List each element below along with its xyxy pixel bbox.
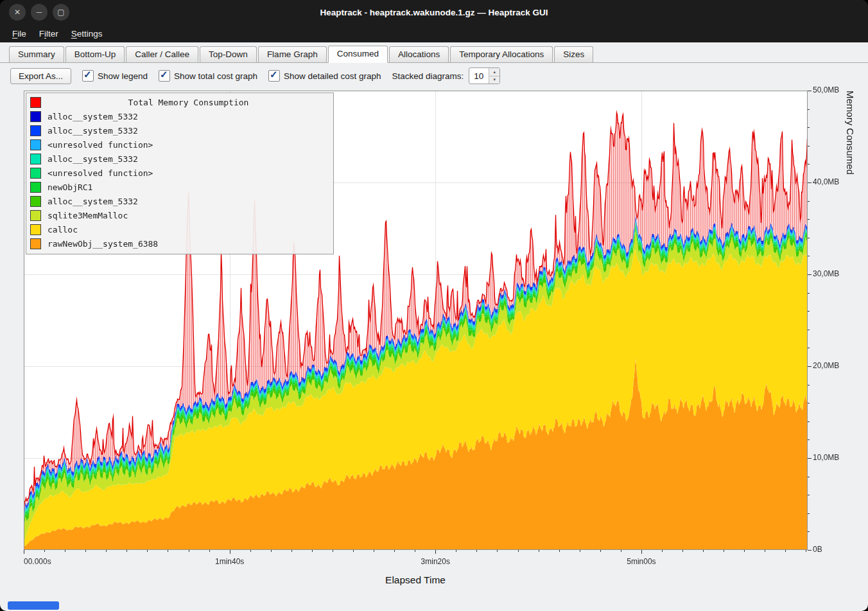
minimize-button[interactable]: ─: [31, 4, 48, 21]
spinbox-arrows: ▲ ▼: [489, 68, 499, 84]
legend-title-row: Total Memory Consumption: [30, 95, 329, 109]
main-content: SummaryBottom-UpCaller / CalleeTop-DownF…: [0, 42, 868, 611]
legend-swatch: [30, 224, 41, 235]
chart-legend: Total Memory Consumptionalloc__system_53…: [26, 93, 334, 254]
close-button[interactable]: ✕: [9, 4, 26, 21]
legend-swatch: [30, 125, 41, 136]
window-title: Heaptrack - heaptrack.wakunode.1.gz — He…: [0, 8, 868, 17]
legend-swatch: [30, 210, 41, 221]
legend-label: rawNewObj__system_6388: [48, 239, 158, 249]
tab-caller-callee[interactable]: Caller / Callee: [126, 46, 198, 62]
legend-swatch: [30, 97, 41, 108]
x-axis-title: Elapsed Time: [385, 574, 446, 586]
stacked-diagrams-value[interactable]: 10: [469, 68, 489, 84]
stacked-diagrams-spinbox[interactable]: 10 ▲ ▼: [469, 67, 500, 84]
y-tick-label: 30,0MB: [813, 269, 839, 278]
tab-bottom-up[interactable]: Bottom-Up: [65, 46, 125, 62]
checkbox-group: Show legendShow total cost graphShow det…: [82, 70, 381, 82]
y-tick-label: 10,0MB: [813, 453, 839, 462]
tab-temporary-allocations[interactable]: Temporary Allocations: [450, 46, 553, 62]
checkbox-show-detailed-cost-graph[interactable]: Show detailed cost graph: [268, 70, 381, 82]
x-tick-label: 00.000s: [24, 557, 51, 566]
chart-region: Total Memory Consumptionalloc__system_53…: [10, 84, 858, 598]
y-tick-label: 0B: [813, 545, 822, 554]
legend-swatch: [30, 238, 41, 249]
stacked-diagrams-group: Stacked diagrams: 10 ▲ ▼: [392, 67, 501, 84]
x-tick-label: 3min20s: [421, 557, 450, 566]
tab-consumed[interactable]: Consumed: [328, 46, 388, 63]
legend-label: <unresolved function>: [48, 168, 153, 178]
y-tick-label: 20,0MB: [813, 361, 839, 370]
legend-row: alloc__system_5332: [30, 152, 329, 166]
legend-swatch: [30, 182, 41, 193]
checkbox-box-icon: [159, 70, 170, 82]
checkbox-label: Show detailed cost graph: [284, 71, 381, 81]
legend-swatch: [30, 139, 41, 150]
legend-label: alloc__system_5332: [48, 112, 138, 121]
tab-top-down[interactable]: Top-Down: [200, 46, 257, 62]
app-window: ✕─▢ Heaptrack - heaptrack.wakunode.1.gz …: [0, 0, 868, 611]
menubar: FileFilterSettings: [0, 24, 868, 42]
tab-summary[interactable]: Summary: [9, 46, 64, 62]
spin-down-icon[interactable]: ▼: [489, 76, 499, 84]
legend-swatch: [30, 111, 41, 122]
tab-flame-graph[interactable]: Flame Graph: [258, 46, 327, 62]
tab-bar: SummaryBottom-UpCaller / CalleeTop-DownF…: [0, 42, 868, 63]
legend-label: <unresolved function>: [48, 140, 153, 150]
legend-row: newObjRC1: [30, 180, 329, 194]
menu-filter[interactable]: Filter: [33, 27, 64, 40]
legend-label: alloc__system_5332: [48, 154, 138, 164]
x-tick-label: 1min40s: [215, 557, 244, 566]
checkbox-box-icon: [82, 70, 94, 82]
legend-row: <unresolved function>: [30, 166, 329, 180]
stacked-diagrams-label: Stacked diagrams:: [392, 71, 464, 81]
export-as-button[interactable]: Export As...: [10, 68, 71, 84]
checkbox-label: Show legend: [98, 71, 148, 81]
titlebar: ✕─▢ Heaptrack - heaptrack.wakunode.1.gz …: [0, 0, 868, 24]
legend-label: Total Memory Consumption: [48, 98, 329, 107]
legend-label: newObjRC1: [48, 182, 92, 192]
legend-row: sqlite3MemMalloc: [30, 208, 329, 222]
y-tick-label: 50,0MB: [813, 85, 839, 94]
close-icon: ✕: [14, 8, 21, 16]
legend-row: alloc__system_5332: [30, 194, 329, 208]
spin-up-icon[interactable]: ▲: [489, 68, 499, 76]
tab-allocations[interactable]: Allocations: [389, 46, 449, 62]
legend-swatch: [30, 154, 41, 164]
x-tick-label: 5min00s: [627, 557, 655, 566]
checkbox-box-icon: [268, 70, 280, 82]
tab-sizes[interactable]: Sizes: [554, 46, 593, 62]
legend-row: <unresolved function>: [30, 137, 329, 152]
checkbox-label: Show total cost graph: [174, 71, 257, 81]
bottom-accent-bar: [8, 601, 59, 610]
menu-file[interactable]: File: [6, 27, 32, 40]
legend-swatch: [30, 168, 41, 179]
legend-row: calloc: [30, 222, 329, 236]
legend-label: calloc: [48, 225, 78, 235]
legend-label: sqlite3MemMalloc: [48, 211, 128, 220]
legend-swatch: [30, 196, 41, 207]
checkbox-show-total-cost-graph[interactable]: Show total cost graph: [159, 70, 257, 82]
legend-label: alloc__system_5332: [48, 197, 138, 206]
legend-row: alloc__system_5332: [30, 109, 329, 123]
maximize-icon: ▢: [57, 8, 64, 16]
window-controls: ✕─▢: [9, 4, 69, 21]
y-axis-title: Memory Consumed: [845, 91, 856, 550]
legend-row: alloc__system_5332: [30, 123, 329, 137]
maximize-button[interactable]: ▢: [53, 4, 69, 21]
minimize-icon: ─: [37, 8, 42, 16]
menu-settings[interactable]: Settings: [65, 27, 108, 40]
legend-row: rawNewObj__system_6388: [30, 236, 329, 251]
checkbox-show-legend[interactable]: Show legend: [82, 70, 148, 82]
y-tick-label: 40,0MB: [813, 177, 839, 186]
legend-label: alloc__system_5332: [48, 126, 138, 136]
